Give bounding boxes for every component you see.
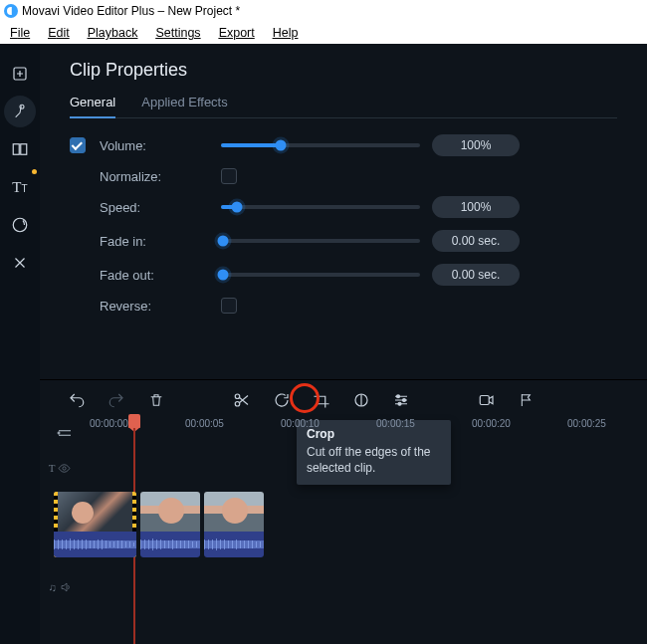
titlebar: Movavi Video Editor Plus – New Project * (0, 0, 647, 22)
split-button[interactable] (231, 389, 253, 411)
menubar: File Edit Playback Settings Export Help (0, 22, 647, 44)
video-clip-1[interactable] (54, 492, 136, 557)
menu-playback[interactable]: Playback (88, 26, 138, 40)
speed-label: Speed: (100, 200, 209, 215)
marker-button[interactable] (516, 389, 538, 411)
ruler-label: 00:00:05 (185, 418, 224, 429)
panel-title: Clip Properties (70, 60, 617, 81)
color-adjust-button[interactable] (350, 389, 372, 411)
clip-properties-panel: Clip Properties General Applied Effects … (40, 44, 647, 335)
titles-track[interactable]: T (40, 450, 647, 486)
fadein-value[interactable]: 0.00 sec. (432, 230, 520, 252)
sidebar-filters-button[interactable] (4, 96, 36, 127)
titles-icon: TT (12, 179, 27, 196)
svg-rect-2 (13, 144, 19, 155)
video-clip-3[interactable] (204, 492, 264, 557)
svg-rect-11 (480, 396, 489, 405)
menu-help[interactable]: Help (273, 26, 299, 40)
prop-normalize-row: Normalize: (70, 168, 617, 184)
tab-general[interactable]: General (70, 95, 115, 117)
fadeout-value[interactable]: 0.00 sec. (432, 264, 520, 286)
prop-fadein-row: Fade in: 0.00 sec. (70, 230, 617, 252)
clip-container (40, 486, 647, 557)
titles-track-gutter: T (40, 462, 80, 475)
audio-track[interactable]: ♫ (40, 563, 647, 611)
svg-point-12 (63, 466, 66, 469)
delete-button[interactable] (145, 389, 167, 411)
volume-label: Volume: (100, 138, 209, 153)
time-ruler[interactable]: 00:00:00 00:00:05 00:00:10 00:00:15 00:0… (80, 420, 647, 450)
ruler-label: 00:00:15 (376, 418, 415, 429)
ruler-label: 00:00:10 (281, 418, 320, 429)
record-button[interactable] (476, 389, 498, 411)
fadeout-slider[interactable] (221, 273, 420, 277)
prop-volume-row: Volume: 100% (70, 134, 617, 156)
playhead-grip-icon[interactable] (128, 414, 140, 428)
app-body: TT Clip Properties General Applied Effec… (0, 44, 647, 644)
volume-checkbox[interactable] (70, 137, 86, 153)
timeline-area: Crop Cut off the edges of the selected c… (40, 379, 647, 611)
reverse-label: Reverse: (100, 299, 209, 314)
ruler-row: 00:00:00 00:00:05 00:00:10 00:00:15 00:0… (40, 420, 647, 450)
prop-reverse-row: Reverse: (70, 298, 617, 314)
volume-slider[interactable] (221, 143, 420, 147)
speed-value[interactable]: 100% (432, 196, 520, 218)
tracks: T (40, 450, 647, 611)
ruler-label: 00:00:20 (472, 418, 511, 429)
video-track[interactable] (40, 486, 647, 563)
add-track-button[interactable] (54, 424, 76, 442)
window-title: Movavi Video Editor Plus – New Project * (22, 4, 240, 18)
svg-point-1 (20, 105, 24, 108)
svg-point-10 (398, 402, 401, 405)
sidebar-titles-button[interactable]: TT (4, 171, 36, 203)
clip-properties-button[interactable] (390, 389, 412, 411)
normalize-label: Normalize: (100, 169, 209, 184)
sidebar-stickers-button[interactable] (4, 209, 36, 241)
video-clip-2[interactable] (140, 492, 200, 557)
prop-fadeout-row: Fade out: 0.00 sec. (70, 264, 617, 286)
panel-tabs: General Applied Effects (70, 95, 617, 118)
normalize-checkbox[interactable] (221, 168, 237, 184)
menu-edit[interactable]: Edit (48, 26, 70, 40)
tab-applied-effects[interactable]: Applied Effects (141, 95, 227, 117)
ruler-label: 00:00:00 (90, 418, 128, 429)
crop-highlight-icon (290, 383, 320, 413)
redo-button[interactable] (106, 389, 127, 411)
menu-settings[interactable]: Settings (155, 26, 200, 40)
fadein-label: Fade in: (100, 234, 209, 249)
ruler-label: 00:00:25 (567, 418, 606, 429)
menu-export[interactable]: Export (219, 26, 255, 40)
app-logo-icon (4, 4, 18, 18)
volume-value[interactable]: 100% (432, 134, 520, 156)
fadeout-label: Fade out: (100, 268, 209, 283)
reverse-checkbox[interactable] (221, 298, 237, 314)
sidebar-more-tools-button[interactable] (4, 247, 36, 279)
prop-speed-row: Speed: 100% (70, 196, 617, 218)
fadein-slider[interactable] (221, 239, 420, 243)
sidebar: TT (0, 44, 40, 644)
speed-slider[interactable] (221, 205, 420, 209)
main-area: Clip Properties General Applied Effects … (40, 44, 647, 644)
menu-file[interactable]: File (10, 26, 30, 40)
svg-point-8 (397, 395, 400, 398)
audio-track-gutter: ♫ (40, 581, 80, 593)
sidebar-transitions-button[interactable] (4, 133, 36, 165)
undo-button[interactable] (66, 389, 88, 411)
svg-point-9 (403, 399, 406, 402)
svg-rect-3 (21, 144, 27, 155)
ruler-gutter (40, 420, 80, 450)
sidebar-import-button[interactable] (4, 58, 36, 90)
